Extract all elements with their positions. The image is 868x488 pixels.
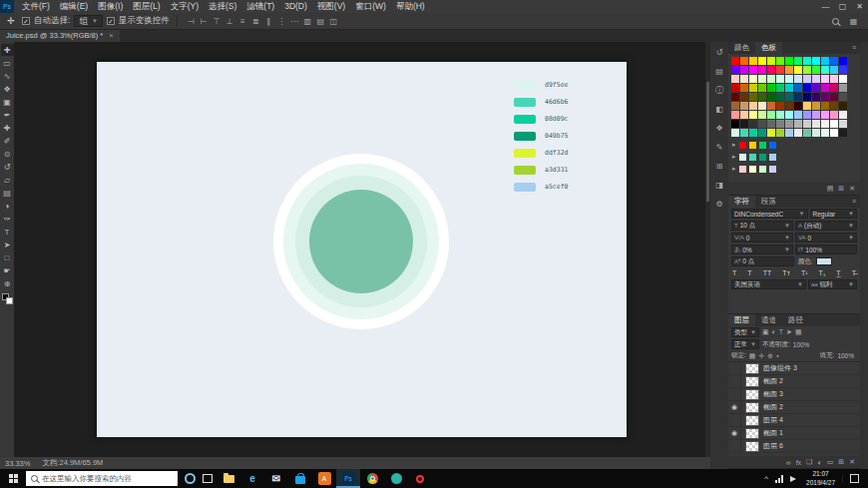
swatch-cell[interactable] xyxy=(803,66,811,74)
color-chip[interactable] xyxy=(514,81,536,90)
swatch-cell[interactable] xyxy=(821,102,829,110)
layers-footer-icon[interactable]: fx xyxy=(796,459,801,466)
swatch-cell[interactable] xyxy=(785,129,793,137)
swatch-cell[interactable] xyxy=(830,75,838,83)
group-swatch[interactable] xyxy=(739,142,746,149)
layer-filter-icon[interactable]: ➤ xyxy=(786,328,792,336)
swatch-cell[interactable] xyxy=(821,84,829,92)
swatch-cell[interactable] xyxy=(767,75,775,83)
visibility-toggle[interactable] xyxy=(728,362,741,375)
panel-menu-icon[interactable]: ≡ xyxy=(852,196,860,208)
path-selection-tool[interactable]: ➤ xyxy=(1,239,14,250)
swatch-cell[interactable] xyxy=(830,129,838,137)
history-brush-tool[interactable]: ↺ xyxy=(1,161,14,173)
layer-row[interactable]: 图像组件 3 xyxy=(728,362,860,375)
tab-layers[interactable]: 图层 xyxy=(728,314,755,326)
baseline-shift-field[interactable]: Aª 0 点 xyxy=(731,256,794,266)
settings-panel-icon[interactable]: ⚙ xyxy=(712,198,726,210)
swatch-cell[interactable] xyxy=(776,84,784,92)
swatch-cell[interactable] xyxy=(740,84,748,92)
swatch-cell[interactable] xyxy=(758,111,766,119)
swatch-cell[interactable] xyxy=(803,84,811,92)
swatch-cell[interactable] xyxy=(839,120,847,128)
layer-thumbnail[interactable] xyxy=(745,363,759,374)
layer-thumbnail[interactable] xyxy=(745,389,759,400)
libraries-panel-icon[interactable]: ⊞ xyxy=(712,160,726,172)
pen-tool[interactable]: ✑ xyxy=(1,213,14,225)
healing-brush-tool[interactable]: ✚ xyxy=(1,122,14,134)
shape-tool[interactable]: □ xyxy=(1,251,14,263)
swatch-cell[interactable] xyxy=(839,66,847,74)
teal-app-icon[interactable] xyxy=(384,469,408,488)
edge-icon[interactable]: e xyxy=(240,469,264,488)
fill-value[interactable]: 100% xyxy=(837,352,857,359)
color-chip[interactable] xyxy=(514,166,536,175)
eraser-tool[interactable]: ▱ xyxy=(1,174,14,186)
type-tool[interactable]: T xyxy=(1,226,14,238)
swatch-cell[interactable] xyxy=(776,129,784,137)
swatch-group[interactable]: ▸ xyxy=(728,151,860,163)
font-style-dropdown[interactable]: Regular ▼ xyxy=(810,209,857,219)
menu-item[interactable]: 选择(S) xyxy=(204,0,241,13)
zoom-tool[interactable]: ⊕ xyxy=(1,277,14,289)
swatch-cell[interactable] xyxy=(839,93,847,101)
swatch-cell[interactable] xyxy=(749,120,757,128)
language-dropdown[interactable]: 美国英语 ▼ xyxy=(731,279,806,289)
swatch-cell[interactable] xyxy=(749,111,757,119)
swatch-cell[interactable] xyxy=(812,120,820,128)
swatch-cell[interactable] xyxy=(812,84,820,92)
minimize-button[interactable]: — xyxy=(817,0,834,13)
swatch-cell[interactable] xyxy=(731,129,739,137)
align-icon[interactable]: ⋯ xyxy=(288,17,301,26)
swatch-cell[interactable] xyxy=(821,75,829,83)
menu-item[interactable]: 图像(I) xyxy=(93,0,128,13)
swatch-cell[interactable] xyxy=(740,93,748,101)
swatch-cell[interactable] xyxy=(758,129,766,137)
font-family-dropdown[interactable]: DINCondensedC ▼ xyxy=(731,209,808,219)
info-panel-icon[interactable]: ⓘ xyxy=(712,84,726,96)
swatch-cell[interactable] xyxy=(740,75,748,83)
menu-item[interactable]: 文件(F) xyxy=(17,0,55,13)
swatch-cell[interactable] xyxy=(812,93,820,101)
swatch-cell[interactable] xyxy=(776,120,784,128)
layer-row[interactable]: 图层 6 xyxy=(728,440,860,453)
swatch-cell[interactable] xyxy=(776,75,784,83)
align-icon[interactable]: ⊢ xyxy=(198,17,211,26)
swatch-cell[interactable] xyxy=(794,111,802,119)
text-color-swatch[interactable] xyxy=(816,257,832,265)
swatch-cell[interactable] xyxy=(830,120,838,128)
swatch-cell[interactable] xyxy=(803,93,811,101)
swatch-cell[interactable] xyxy=(794,66,802,74)
menu-item[interactable]: 3D(D) xyxy=(279,0,312,13)
layers-footer-icon[interactable]: ▭ xyxy=(827,458,834,466)
cortana-icon[interactable] xyxy=(185,473,196,484)
swatch-cell[interactable] xyxy=(776,111,784,119)
layer-row[interactable]: 椭圆 2 xyxy=(728,375,860,388)
layers-footer-icon[interactable]: ∞ xyxy=(786,459,791,466)
swatch-cell[interactable] xyxy=(740,66,748,74)
menu-item[interactable]: 滤镜(T) xyxy=(241,0,279,13)
swatch-cell[interactable] xyxy=(740,120,748,128)
lock-icon[interactable]: ✛ xyxy=(758,352,764,360)
adobe-icon[interactable]: A xyxy=(312,469,336,488)
layers-footer-icon[interactable]: ◐ xyxy=(817,459,821,466)
adjustments-panel-icon[interactable]: ◧ xyxy=(712,103,726,115)
swatch-cell[interactable] xyxy=(731,84,739,92)
opacity-value[interactable]: 100% xyxy=(793,341,810,348)
swatch-cell[interactable] xyxy=(749,75,757,83)
brush-settings-panel-icon[interactable]: ✎ xyxy=(712,141,726,153)
workspace-switcher-icon[interactable]: ▦ xyxy=(847,17,860,26)
swatch-cell[interactable] xyxy=(803,102,811,110)
swatch-cell[interactable] xyxy=(749,84,757,92)
text-style-button[interactable]: Tт xyxy=(782,269,789,276)
layer-filter-icon[interactable]: ▦ xyxy=(795,328,802,336)
swatch-cell[interactable] xyxy=(749,93,757,101)
swatch-cell[interactable] xyxy=(803,111,811,119)
network-icon[interactable] xyxy=(775,475,783,483)
group-swatch[interactable] xyxy=(739,166,746,173)
circle-core-teal[interactable] xyxy=(309,190,413,293)
swatch-cell[interactable] xyxy=(785,57,793,65)
align-icon[interactable]: ⋮ xyxy=(275,17,288,26)
quick-selection-tool[interactable]: ❖ xyxy=(1,83,14,95)
swatch-cell[interactable] xyxy=(740,102,748,110)
